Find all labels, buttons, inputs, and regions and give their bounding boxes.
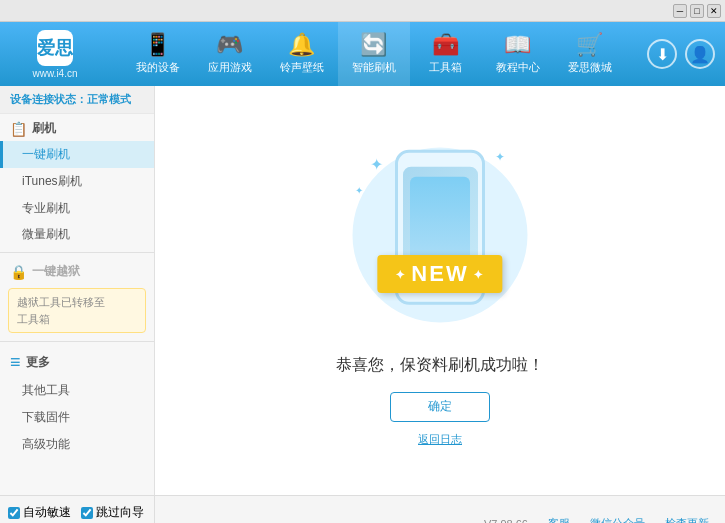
my-device-icon: 📱 [144, 34, 171, 56]
main-area: 设备连接状态：正常模式 📋 刷机 一键刷机 iTunes刷机 专业刷机 微量刷机… [0, 86, 725, 495]
ringtone-icon: 🔔 [288, 34, 315, 56]
back-link[interactable]: 返回日志 [418, 432, 462, 447]
full-bottom: 自动敏速 跳过向导 📱 iPhone 12 mini 64GB Down-12m… [0, 495, 725, 523]
sidebar-divider-2 [0, 341, 154, 342]
sidebar-item-download-fw[interactable]: 下载固件 [0, 404, 154, 431]
title-bar: ─ □ ✕ [0, 0, 725, 22]
auto-speed-checkbox[interactable]: 自动敏速 [8, 504, 71, 521]
maximize-button[interactable]: □ [690, 4, 704, 18]
sparkle-2: ✦ [495, 150, 505, 164]
logo-icon: 爱思 [37, 30, 73, 66]
jailbreak-section-label: 一键越狱 [32, 263, 80, 280]
sidebar-item-one-key-flash[interactable]: 一键刷机 [0, 141, 154, 168]
nav-item-app-game[interactable]: 🎮 应用游戏 [194, 22, 266, 86]
nav-item-ringtone[interactable]: 🔔 铃声壁纸 [266, 22, 338, 86]
sidebar-item-other-tools[interactable]: 其他工具 [0, 377, 154, 404]
minimize-button[interactable]: ─ [673, 4, 687, 18]
status-value: 正常模式 [87, 93, 131, 105]
nav-item-toolbox[interactable]: 🧰 工具箱 [410, 22, 482, 86]
weidian-icon: 🛒 [576, 34, 603, 56]
sparkle-3: ✦ [355, 185, 363, 196]
app-game-icon: 🎮 [216, 34, 243, 56]
sidebar-item-advanced[interactable]: 高级功能 [0, 431, 154, 458]
content-area: ✦ ✦ ✦ NEW 恭喜您，保资料刷机成功啦！ 确定 返回日志 [155, 86, 725, 495]
sparkle-1: ✦ [370, 155, 383, 174]
auto-speed-input[interactable] [8, 507, 20, 519]
top-nav: 爱思 www.i4.cn 📱 我的设备 🎮 应用游戏 🔔 铃声壁纸 🔄 智能刷机… [0, 22, 725, 86]
nav-item-app-game-label: 应用游戏 [208, 60, 252, 75]
auto-speed-label: 自动敏速 [23, 504, 71, 521]
sidebar-item-itunes-flash[interactable]: iTunes刷机 [0, 168, 154, 195]
more-icon: ≡ [10, 352, 21, 373]
toolbox-icon: 🧰 [432, 34, 459, 56]
bottom-content-part: V7.98.66 客服 微信公众号 检查更新 [155, 496, 725, 523]
logo-area: 爱思 www.i4.cn [10, 30, 100, 79]
version-text: V7.98.66 [484, 518, 528, 524]
nav-items: 📱 我的设备 🎮 应用游戏 🔔 铃声壁纸 🔄 智能刷机 🧰 工具箱 📖 教程中心… [100, 22, 647, 86]
confirm-button[interactable]: 确定 [390, 392, 490, 422]
lock-icon: 🔒 [10, 264, 27, 280]
status-label: 设备连接状态： [10, 93, 87, 105]
sidebar-item-micro-flash[interactable]: 微量刷机 [0, 221, 154, 248]
sidebar-status: 设备连接状态：正常模式 [0, 86, 154, 114]
new-badge: NEW [377, 255, 502, 293]
close-button[interactable]: ✕ [707, 4, 721, 18]
flash-section-icon: 📋 [10, 121, 27, 137]
skip-wizard-checkbox[interactable]: 跳过向导 [81, 504, 144, 521]
more-section-title: ≡ 更多 [0, 346, 154, 377]
bottom-sidebar-part: 自动敏速 跳过向导 📱 iPhone 12 mini 64GB Down-12m… [0, 496, 155, 523]
nav-item-ringtone-label: 铃声壁纸 [280, 60, 324, 75]
nav-item-tutorial-label: 教程中心 [496, 60, 540, 75]
success-illustration: ✦ ✦ ✦ NEW [340, 135, 540, 335]
nav-right: ⬇ 👤 [647, 39, 715, 69]
flash-section-label: 刷机 [32, 120, 56, 137]
logo-text: www.i4.cn [32, 68, 77, 79]
more-section-label: 更多 [26, 354, 50, 371]
skip-wizard-label: 跳过向导 [96, 504, 144, 521]
success-message: 恭喜您，保资料刷机成功啦！ [336, 355, 544, 376]
nav-item-my-device[interactable]: 📱 我的设备 [122, 22, 194, 86]
sidebar-divider-1 [0, 252, 154, 253]
jailbreak-notice: 越狱工具已转移至工具箱 [8, 288, 146, 333]
smart-flash-icon: 🔄 [360, 34, 387, 56]
wechat-link[interactable]: 微信公众号 [590, 516, 645, 523]
bottom-checkboxes: 自动敏速 跳过向导 [8, 500, 146, 523]
nav-item-smart-flash[interactable]: 🔄 智能刷机 [338, 22, 410, 86]
nav-item-smart-flash-label: 智能刷机 [352, 60, 396, 75]
download-button[interactable]: ⬇ [647, 39, 677, 69]
flash-section-title: 📋 刷机 [0, 114, 154, 141]
update-link[interactable]: 检查更新 [665, 516, 709, 523]
service-link[interactable]: 客服 [548, 516, 570, 523]
nav-item-weidian-label: 爱思微城 [568, 60, 612, 75]
nav-item-my-device-label: 我的设备 [136, 60, 180, 75]
skip-wizard-input[interactable] [81, 507, 93, 519]
sidebar-item-pro-flash[interactable]: 专业刷机 [0, 195, 154, 222]
nav-item-toolbox-label: 工具箱 [429, 60, 462, 75]
tutorial-icon: 📖 [504, 34, 531, 56]
nav-item-tutorial[interactable]: 📖 教程中心 [482, 22, 554, 86]
sidebar: 设备连接状态：正常模式 📋 刷机 一键刷机 iTunes刷机 专业刷机 微量刷机… [0, 86, 155, 495]
nav-item-weidian[interactable]: 🛒 爱思微城 [554, 22, 626, 86]
user-button[interactable]: 👤 [685, 39, 715, 69]
jailbreak-section-title: 🔒 一键越狱 [0, 257, 154, 284]
